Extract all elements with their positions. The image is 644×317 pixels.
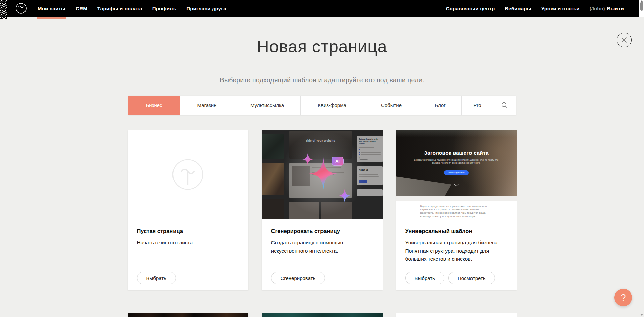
tilda-logo[interactable] [14,2,28,15]
template-cards-row-2 [128,313,517,317]
chevron-down-icon [454,184,459,186]
card-universal-template: Заголовок вашего сайта Добавьте интересн… [396,130,517,290]
card-description: Создать страницу с помощью искусственног… [271,239,373,255]
template-cta-button: Целевое действие [444,170,469,175]
template-hero-subtext: Добавьте интересные подробности о вашей … [414,158,499,164]
template-body-text: Коротко представьтесь и расскажите о ком… [420,205,492,218]
secondary-menu: Справочный центр Вебинары Уроки и статьи… [446,6,624,11]
select-blank-button[interactable]: Выбрать [137,272,176,284]
nav-tariffs[interactable]: Тарифы и оплата [97,0,142,17]
tab-store[interactable]: Магазин [180,96,234,115]
view-template-button[interactable]: Посмотреть [448,272,495,284]
template-card-partial[interactable] [396,313,517,317]
nav-my-sites[interactable]: Мои сайты [38,0,65,17]
template-hero: Заголовок вашего сайта Добавьте интересн… [396,130,517,196]
top-navbar: Мои сайты CRM Тарифы и оплата Профиль Пр… [0,0,639,17]
logout-link[interactable]: Выйти [607,6,624,11]
close-icon [621,37,628,43]
nav-webinars[interactable]: Вебинары [505,6,531,11]
card-description: Начать с чистого листа. [137,239,239,247]
page-title: Новая страница [0,37,644,56]
user-chunk: (John) Выйти [590,6,624,11]
close-button[interactable] [617,33,632,47]
tab-event[interactable]: Событие [364,96,419,115]
card-title: Пустая страница [137,228,239,234]
user-name: (John) [590,6,605,11]
new-page-dialog: Мои сайты CRM Тарифы и оплата Профиль Пр… [0,0,644,317]
template-card-partial[interactable] [262,313,383,317]
scrollbar-up-arrow[interactable] [641,0,643,2]
template-cards-row: Пустая страница Начать с чистого листа. … [128,130,517,290]
help-button[interactable]: ? [614,289,632,306]
card-blank-page: Пустая страница Начать с чистого листа. … [128,130,248,290]
template-category-tabs: Бизнес Магазин Мультиссылка Квиз-форма С… [128,96,516,115]
tab-pro[interactable]: Pro [462,96,493,115]
tab-blog[interactable]: Блог [419,96,462,115]
nav-crm[interactable]: CRM [76,0,87,17]
template-card-partial[interactable] [128,313,248,317]
nav-profile[interactable]: Профиль [152,0,177,17]
card-title: Универсальный шаблон [405,228,507,234]
nav-invite-friend[interactable]: Пригласи друга [186,0,226,17]
tab-multilink[interactable]: Мультиссылка [234,96,301,115]
ai-badge: AI [332,157,344,166]
select-template-button[interactable]: Выбрать [405,272,444,284]
generate-button[interactable]: Сгенерировать [271,272,325,284]
card-description: Универсальная страница для бизнеса. Поня… [405,239,507,263]
search-icon [501,102,508,109]
tab-quiz-form[interactable]: Квиз-форма [301,96,364,115]
card-ai-generate: Title of Your Website [262,130,383,290]
ai-template-preview: Title of Your Website [262,130,383,219]
nav-lessons[interactable]: Уроки и статьи [541,6,580,11]
card-title: Сгенерировать страницу [271,228,373,234]
scrollbar-thumb[interactable] [640,2,643,11]
ai-sparkles-icon [262,130,383,219]
search-tab[interactable] [493,96,516,115]
main-menu: Мои сайты CRM Тарифы и оплата Профиль Пр… [38,0,226,17]
blank-page-preview [128,130,248,219]
tilda-waves-decoration [0,0,7,19]
tab-business[interactable]: Бизнес [128,96,180,115]
scrollbar-down-arrow[interactable] [640,314,643,316]
page-subtitle: Выберите подходящий шаблон и адаптируйте… [0,76,644,84]
template-hero-heading: Заголовок вашего сайта [396,150,517,156]
tilda-watermark-icon [172,158,204,190]
nav-help-center[interactable]: Справочный центр [446,6,495,11]
universal-template-preview: Заголовок вашего сайта Добавьте интересн… [396,130,517,219]
